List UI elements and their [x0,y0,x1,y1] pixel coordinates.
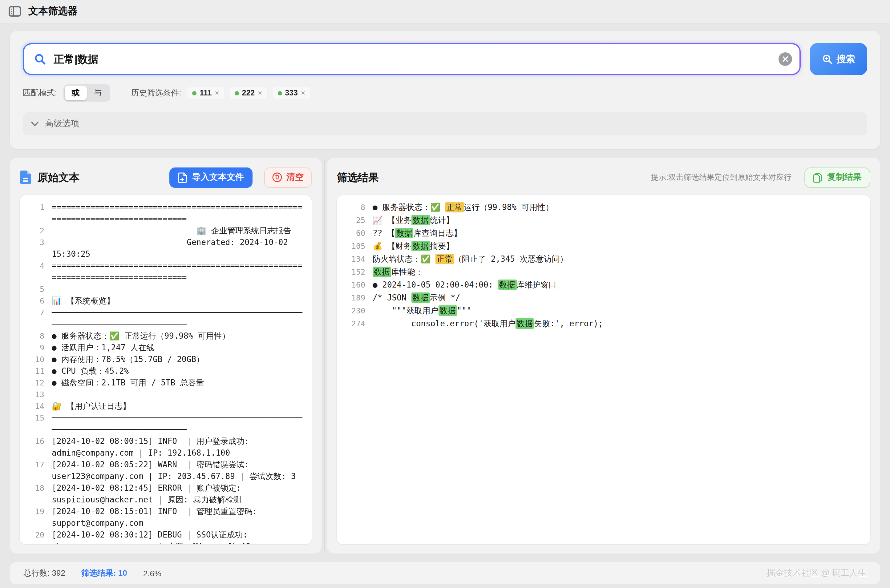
line-text: console.error('获取用户数据失败:', error); [373,318,864,330]
log-line: 19[2024-10-02 08:15:01] INFO | 管理员重置密码: … [25,506,306,529]
advanced-options-label: 高级选项 [45,118,80,129]
log-line: 18[2024-10-02 08:12:45] ERROR | 账户被锁定: s… [25,482,306,506]
line-text: """获取用户数据""" [373,305,864,317]
line-text: ● 服务器状态：✅ 正常运行（99.98% 可用性） [52,330,306,342]
line-text: ========================================… [52,201,306,225]
clear-text-button[interactable]: 清空 [264,167,312,188]
search-button[interactable]: 搜索 [810,43,867,75]
tag-remove-icon[interactable]: × [258,88,262,97]
highlight-yellow: 正常 [445,202,464,212]
result-row[interactable]: 8● 服务器状态：✅ 正常运行（99.98% 可用性） [342,201,864,214]
line-number: 1 [25,201,44,225]
line-number: 18 [25,482,44,506]
history-tag[interactable]: 333× [273,87,310,99]
line-text: ────────────────────────────────────────… [52,412,306,435]
log-line: 11● CPU 负载：45.2% [25,365,306,377]
log-line: 14🔐 【用户认证日志】 [25,400,306,412]
clear-search-icon[interactable] [779,52,792,66]
line-number: 8 [342,201,365,214]
line-number: 12 [25,377,44,388]
advanced-options-toggle[interactable]: 高级选项 [23,112,867,135]
line-number: 3 [25,236,44,260]
match-mode-toggle: 或与 [63,84,110,102]
line-number: 2 [25,225,44,236]
line-number: 6 [25,295,44,307]
log-line: 5 [25,283,306,295]
watermark-credit: 掘金技术社区 @ 码工人生 [767,568,867,579]
line-text: 数据库性能： [373,266,864,278]
import-text-file-button[interactable]: 导入文本文件 [170,167,252,188]
result-row[interactable]: 134防火墙状态：✅ 正常（阻止了 2,345 次恶意访问） [342,253,864,266]
line-number: 134 [342,253,365,266]
line-text: ● 磁盘空间：2.1TB 可用 / 5TB 总容量 [52,377,306,388]
log-line: 3 Generated: 2024-10-02 15:30:25 [25,236,306,260]
line-text: [2024-10-02 08:05:22] WARN | 密码错误尝试: use… [52,459,306,482]
log-line: 9● 活跃用户：1,247 人在线 [25,342,306,353]
line-text: ────────────────────────────────────────… [52,307,306,330]
line-text: 📈 【业务数据统计】 [373,214,864,226]
line-number: 19 [25,506,44,529]
trash-icon [272,172,282,182]
log-line: 16[2024-10-02 08:00:15] INFO | 用户登录成功: a… [25,435,306,459]
line-text: [2024-10-02 08:00:15] INFO | 用户登录成功: adm… [52,435,306,459]
tag-label: 111 [200,88,212,97]
tag-dot-icon [235,91,239,95]
history-filter-label: 历史筛选条件: [131,87,181,99]
tag-remove-icon[interactable]: × [215,88,219,97]
highlight-green: 数据 [516,318,534,329]
chevron-down-icon [31,121,39,126]
search-plus-icon [822,54,832,64]
line-number: 189 [342,292,365,304]
result-row[interactable]: 189/* JSON 数据示例 */ [342,292,864,304]
search-input[interactable] [54,53,771,65]
log-line: 6📊 【系统概览】 [25,295,306,307]
total-lines-stat: 总行数: 392 [23,568,65,579]
log-line: 10● 内存使用：78.5%（15.7GB / 20GB） [25,353,306,365]
result-row[interactable]: 60?? 【数据库查询日志】 [342,227,864,240]
history-tag[interactable]: 111× [188,87,224,99]
result-row[interactable]: 230 """获取用户数据""" [342,305,864,317]
app-title: 文本筛选器 [29,5,78,18]
result-row[interactable]: 105💰 【财务数据摘要】 [342,240,864,252]
result-row[interactable]: 160● 2024-10-05 02:00-04:00: 数据库维护窗口 [342,279,864,291]
match-mode-option[interactable]: 与 [87,86,109,100]
history-tag-list: 111×222×333× [188,87,311,99]
line-text: ?? 【数据库查询日志】 [373,227,864,240]
original-text-area[interactable]: 1=======================================… [20,195,312,544]
line-text: [2024-10-02 08:30:12] DEBUG | SSO认证成功: z… [52,529,306,544]
line-number: 14 [25,400,44,412]
log-line: 12● 磁盘空间：2.1TB 可用 / 5TB 总容量 [25,377,306,388]
line-number: 7 [25,307,44,330]
copy-results-button[interactable]: 复制结果 [804,167,870,188]
tag-dot-icon [192,91,197,95]
filter-results-area[interactable]: 8● 服务器状态：✅ 正常运行（99.98% 可用性）25📈 【业务数据统计】6… [337,195,870,544]
line-text: 🔐 【用户认证日志】 [52,400,306,412]
result-row[interactable]: 25📈 【业务数据统计】 [342,214,864,226]
result-row[interactable]: 152数据库性能： [342,266,864,278]
log-line: 17[2024-10-02 08:05:22] WARN | 密码错误尝试: u… [25,459,306,482]
line-number: 15 [25,412,44,435]
line-number: 4 [25,260,44,283]
results-hint: 提示:双击筛选结果定位到原始文本对应行 [651,172,791,183]
line-number: 105 [342,240,365,252]
search-box [23,43,801,75]
sidebar-toggle-icon[interactable] [9,6,21,16]
result-row[interactable]: 274 console.error('获取用户数据失败:', error); [342,318,864,330]
highlight-green: 数据 [411,215,430,225]
highlight-yellow: 正常 [435,254,454,264]
log-line: 7───────────────────────────────────────… [25,307,306,330]
line-text: 🏢 企业管理系统日志报告 [52,225,306,236]
document-icon [20,170,32,185]
line-text: ● 服务器状态：✅ 正常运行（99.98% 可用性） [373,201,864,214]
line-number: 60 [342,227,365,240]
tag-remove-icon[interactable]: × [301,88,305,97]
line-number: 274 [342,318,365,330]
line-text: ● 2024-10-05 02:00-04:00: 数据库维护窗口 [373,279,864,291]
highlight-green: 数据 [373,267,391,277]
history-tag[interactable]: 222× [230,87,267,99]
match-mode-option[interactable]: 或 [65,86,87,100]
line-number: 17 [25,459,44,482]
search-card: 搜索 匹配模式: 或与 历史筛选条件: 111×222×333× 高级选项 [10,31,880,149]
line-number: 20 [25,529,44,544]
line-text [52,388,306,400]
